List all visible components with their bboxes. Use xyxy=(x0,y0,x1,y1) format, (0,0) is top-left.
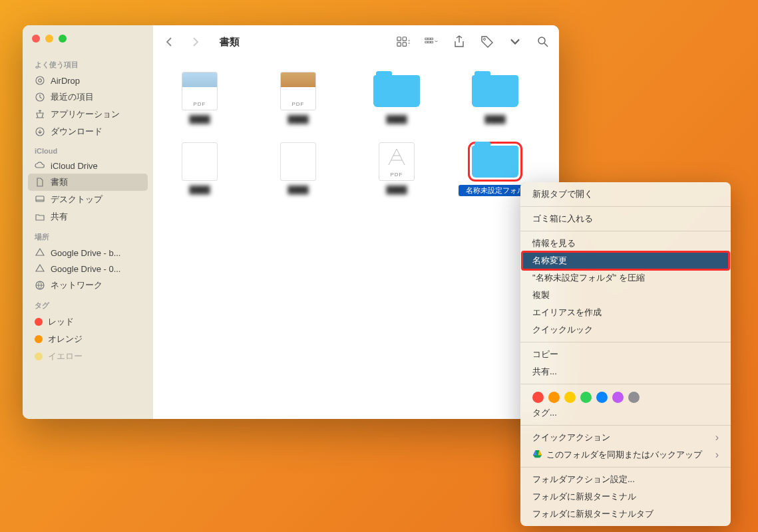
menu-item[interactable]: フォルダに新規ターミナル xyxy=(520,488,731,505)
menu-item[interactable]: フォルダに新規ターミナルタブ xyxy=(520,505,731,523)
applications-icon xyxy=(35,109,45,120)
folder-icon xyxy=(371,72,422,110)
share-button[interactable] xyxy=(453,35,466,49)
menu-item[interactable]: 名称変更 xyxy=(522,252,729,269)
file-item[interactable]: PDF████ xyxy=(357,142,437,196)
svg-rect-10 xyxy=(425,38,427,40)
menu-item[interactable]: 新規タブで開く xyxy=(520,186,731,203)
svg-rect-7 xyxy=(403,37,406,41)
sidebar-label: 書類 xyxy=(51,176,68,188)
tag-color-button[interactable] xyxy=(532,392,544,403)
toolbar: 書類 xyxy=(153,25,559,59)
minimize-button[interactable] xyxy=(45,35,53,43)
svg-rect-4 xyxy=(36,196,44,201)
menu-item-label: コピー xyxy=(532,348,558,360)
sidebar-label: オレンジ xyxy=(48,333,83,345)
tag-color-button[interactable] xyxy=(612,392,624,403)
sidebar-tag-orange[interactable]: オレンジ xyxy=(28,331,148,348)
close-button[interactable] xyxy=(32,35,40,43)
back-button[interactable] xyxy=(162,35,176,49)
svg-point-0 xyxy=(36,76,44,84)
svg-rect-14 xyxy=(428,41,430,43)
document-icon xyxy=(35,177,45,188)
network-icon xyxy=(35,280,45,291)
menu-item-label: 新規タブで開く xyxy=(532,188,593,200)
file-name-label: ████ xyxy=(360,114,433,124)
file-name-label: ████ xyxy=(360,185,433,194)
tag-dot-icon xyxy=(35,318,43,326)
sidebar-tag-yellow[interactable]: イエロー xyxy=(28,348,148,365)
group-button[interactable] xyxy=(425,35,438,49)
tag-color-button[interactable] xyxy=(580,392,592,403)
menu-separator xyxy=(520,467,731,467)
menu-item[interactable]: ゴミ箱に入れる xyxy=(520,210,731,227)
menu-item[interactable]: フォルダアクション設定... xyxy=(520,471,731,488)
maximize-button[interactable] xyxy=(59,35,67,43)
file-name-label: ████ xyxy=(262,185,335,194)
tag-color-button[interactable] xyxy=(628,392,640,403)
svg-rect-9 xyxy=(403,43,406,46)
window-controls xyxy=(28,35,148,53)
sidebar-item-desktop[interactable]: デスクトップ xyxy=(28,191,148,208)
file-item[interactable]: ████ xyxy=(455,72,535,124)
sidebar-item-shared[interactable]: 共有 xyxy=(28,208,148,225)
file-name-label: ████ xyxy=(262,114,335,124)
menu-item[interactable]: エイリアスを作成 xyxy=(520,304,731,321)
menu-item[interactable]: コピー xyxy=(520,346,731,363)
svg-rect-8 xyxy=(397,43,401,46)
sidebar-item-gdrive-0[interactable]: Google Drive - 0... xyxy=(28,261,148,277)
tag-color-button[interactable] xyxy=(596,392,608,403)
drive-icon xyxy=(35,247,45,258)
tag-color-button[interactable] xyxy=(564,392,576,403)
svg-rect-15 xyxy=(431,41,433,43)
sidebar-item-gdrive-b[interactable]: Google Drive - b... xyxy=(28,245,148,261)
sidebar-label: イエロー xyxy=(48,350,83,362)
tag-color-button[interactable] xyxy=(548,392,560,403)
more-button[interactable] xyxy=(508,35,522,49)
file-item[interactable]: ████ xyxy=(357,72,437,124)
svg-point-1 xyxy=(39,79,42,82)
svg-point-16 xyxy=(484,39,486,41)
menu-separator xyxy=(520,206,731,207)
menu-item-label: このフォルダを同期またはバックアップ xyxy=(532,449,702,461)
view-icons-button[interactable] xyxy=(397,35,410,49)
file-grid[interactable]: PDF████PDF████████████████████PDF████名称未… xyxy=(153,59,559,419)
menu-item[interactable]: クイックアクション xyxy=(520,429,731,446)
menu-separator xyxy=(520,384,731,384)
sidebar-label: Google Drive - b... xyxy=(51,248,121,258)
airdrop-icon xyxy=(35,75,45,86)
cloud-icon xyxy=(35,160,45,171)
sidebar-item-icloud-drive[interactable]: iCloud Drive xyxy=(28,158,148,174)
menu-item[interactable]: 情報を見る xyxy=(520,235,731,252)
sidebar-label: Google Drive - 0... xyxy=(51,264,121,274)
file-item[interactable]: ████ xyxy=(258,142,338,196)
forward-button[interactable] xyxy=(189,35,202,49)
search-button[interactable] xyxy=(536,35,550,49)
menu-item[interactable]: 共有... xyxy=(520,363,731,380)
svg-rect-6 xyxy=(397,37,401,41)
menu-item[interactable]: このフォルダを同期またはバックアップ xyxy=(520,446,731,464)
menu-item[interactable]: クイックルック xyxy=(520,321,731,338)
sidebar-item-documents[interactable]: 書類 xyxy=(28,174,148,191)
sidebar-item-applications[interactable]: アプリケーション xyxy=(28,106,148,123)
sidebar-item-downloads[interactable]: ダウンロード xyxy=(28,123,148,140)
file-item[interactable]: PDF████ xyxy=(160,72,240,124)
svg-rect-11 xyxy=(428,38,430,40)
file-item[interactable]: PDF████ xyxy=(258,72,338,124)
tag-button[interactable] xyxy=(480,35,494,49)
desktop-icon xyxy=(35,194,45,205)
sidebar-item-airdrop[interactable]: AirDrop xyxy=(28,72,148,88)
menu-item[interactable]: 複製 xyxy=(520,287,731,304)
sidebar-tag-red[interactable]: レッド xyxy=(28,313,148,331)
menu-item-label: 複製 xyxy=(532,289,550,301)
menu-item[interactable]: "名称未設定フォルダ" を圧縮 xyxy=(520,269,731,287)
file-item[interactable]: ████ xyxy=(160,142,240,196)
menu-separator xyxy=(520,342,731,342)
menu-item-label: 情報を見る xyxy=(532,237,576,249)
sidebar-item-recents[interactable]: 最近の項目 xyxy=(28,88,148,106)
sidebar-label: デスクトップ xyxy=(51,194,102,205)
menu-item[interactable]: タグ... xyxy=(520,404,731,422)
menu-item-label: "名称未設定フォルダ" を圧縮 xyxy=(532,272,645,284)
sidebar-item-network[interactable]: ネットワーク xyxy=(28,277,148,294)
sidebar-label: 共有 xyxy=(51,211,68,223)
